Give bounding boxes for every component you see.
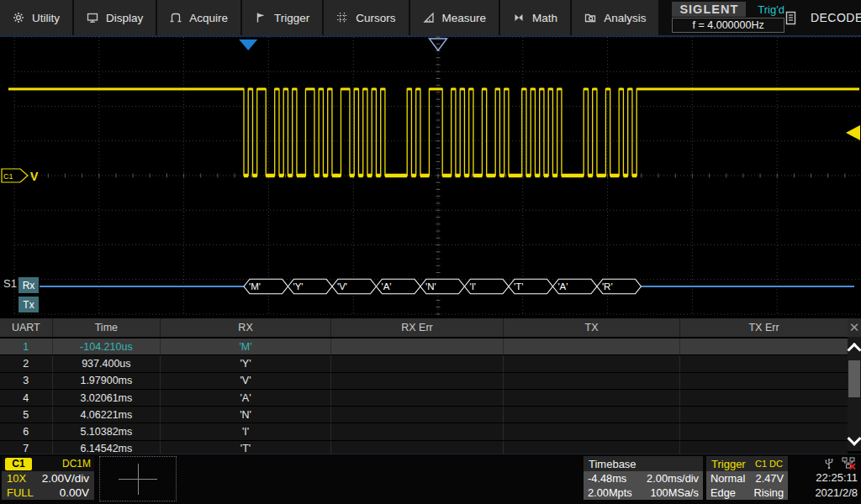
menu-item-list: Utility Display Acquire Trigger Cursors … (0, 0, 660, 35)
oscilloscope-screen: Utility Display Acquire Trigger Cursors … (0, 0, 861, 504)
menu-item-utility[interactable]: Utility (0, 0, 74, 35)
timebase-panel[interactable]: Timebase -4.48ms 2.00ms/div 2.00Mpts 100… (584, 456, 703, 500)
gear-icon (13, 12, 24, 24)
decode-label: DECODE (811, 11, 861, 24)
menu-item-trigger[interactable]: Trigger (242, 0, 324, 35)
channel1-offset: 0.00V (60, 486, 89, 499)
table-cell: 1 (0, 339, 52, 354)
trigger-panel[interactable]: Trigger C1 DC Normal 2.47V Edge Rising (706, 456, 788, 500)
table-cell (503, 355, 679, 371)
table-cell: -104.210us (52, 339, 160, 354)
menu-item-label: Display (106, 12, 143, 24)
channel1-zero-unit: V (30, 170, 39, 183)
trigger-level: 2.47V (756, 472, 784, 485)
decode-bubble-label: 'A' (557, 281, 568, 291)
rx-badge[interactable]: Rx (18, 277, 39, 293)
close-table-button[interactable]: ✕ (848, 318, 861, 337)
menu-item-analysis[interactable]: Analysis (572, 0, 660, 35)
chevron-down-icon (848, 432, 861, 446)
scroll-down-button[interactable] (848, 431, 861, 451)
channel1-probe: 10X (7, 472, 26, 485)
channel1-zero-label: C1 (3, 172, 13, 181)
menu-item-label: Trigger (274, 12, 309, 24)
column-header: TX Err (679, 318, 848, 337)
table-cell (679, 423, 848, 439)
plus-icon (138, 464, 139, 495)
channel1-panel[interactable]: C1 DC1M 10X 2.00V/div FULL 0.00V (2, 456, 94, 500)
siglent-logo: SIGLENT (672, 2, 746, 17)
table-row[interactable]: 65.10382ms'I' (0, 423, 848, 440)
timebase-delay: -4.48ms (588, 472, 626, 485)
decode-menu-button[interactable]: DECODE (784, 0, 861, 35)
document-icon (784, 11, 797, 25)
clock-time: 22:25:11 (792, 470, 859, 486)
table-cell (503, 390, 679, 406)
table-cell (679, 355, 848, 371)
menu-bar: Utility Display Acquire Trigger Cursors … (0, 0, 861, 35)
waveform-display[interactable]: C1V'M''Y''V''A''N''I''T''A''R' (0, 35, 861, 318)
frequency-counter: f = 4.000000Hz (672, 18, 784, 33)
table-cell: 'Y' (160, 355, 330, 371)
table-scrollbar[interactable]: ✕ (848, 318, 861, 451)
table-cell (330, 407, 503, 423)
channel1-scale: 2.00V/div (42, 472, 89, 485)
menu-item-label: Cursors (356, 12, 395, 24)
usb-icon (823, 457, 835, 470)
table-cell (503, 407, 679, 423)
menu-item-label: Utility (32, 12, 60, 24)
table-row[interactable]: 54.06221ms'N' (0, 407, 848, 423)
table-cell: 5.10382ms (52, 423, 160, 439)
table-row[interactable]: 2937.400us'Y' (0, 355, 848, 372)
scroll-up-button[interactable] (848, 339, 861, 359)
menu-item-measure[interactable]: Measure (410, 0, 501, 35)
table-cell (679, 407, 848, 423)
table-cell (330, 355, 503, 371)
table-cell (330, 373, 503, 389)
trigger-level-marker (846, 125, 860, 140)
menu-item-label: Acquire (189, 12, 228, 24)
column-header: TX (503, 318, 679, 337)
table-cell: 3 (0, 373, 52, 389)
menu-item-label: Analysis (604, 12, 646, 24)
timebase-title: Timebase (589, 458, 637, 470)
table-cell (330, 423, 503, 439)
scrollbar-thumb[interactable] (848, 360, 860, 397)
display-icon (87, 12, 98, 24)
table-cell (503, 423, 679, 439)
uart-waveform (8, 89, 859, 176)
table-cell: 937.400us (52, 355, 160, 371)
table-row[interactable]: 1-104.210us'M' (0, 339, 848, 355)
column-header: RX (160, 318, 330, 337)
table-cell: 5 (0, 407, 52, 423)
clock-date: 2021/2/8 (792, 486, 859, 501)
menu-item-label: Measure (442, 12, 487, 24)
table-cell: 6 (0, 423, 52, 439)
table-row[interactable]: 31.97900ms'V' (0, 373, 848, 390)
decode-bubble-label: 'A' (381, 281, 391, 291)
timebase-scale: 2.00ms/div (647, 472, 699, 485)
table-cell: 1.97900ms (52, 373, 160, 389)
table-cell: 2 (0, 355, 52, 371)
decode-table: UARTTimeRXRX ErrTXTX Err1-104.210us'M'29… (0, 318, 848, 451)
chevron-up-icon (848, 343, 861, 357)
channel1-badge[interactable]: C1 (5, 458, 32, 470)
decode-bubble-label: 'N' (425, 281, 436, 291)
status-bar: C1 DC1M 10X 2.00V/div FULL 0.00V Timebas… (0, 454, 861, 504)
bus-s1-label: S1 (3, 277, 17, 290)
lan-disconnected-icon (842, 457, 856, 470)
tx-badge[interactable]: Tx (18, 297, 39, 312)
menu-item-cursors[interactable]: Cursors (324, 0, 409, 35)
decode-bubble-label: 'V' (337, 281, 347, 291)
table-cell: 4.06221ms (52, 407, 160, 423)
table-cell (330, 390, 503, 406)
table-row[interactable]: 43.02061ms'A' (0, 390, 848, 407)
menu-item-math[interactable]: Math (500, 0, 572, 35)
measure-icon (423, 12, 435, 24)
add-channel-slot[interactable] (99, 456, 177, 501)
acquire-icon (170, 12, 182, 24)
decode-bubble-label: 'R' (602, 281, 613, 291)
trigger-position-marker (239, 39, 257, 50)
cursors-icon (336, 12, 348, 24)
menu-item-display[interactable]: Display (74, 0, 157, 35)
menu-item-acquire[interactable]: Acquire (157, 0, 242, 35)
